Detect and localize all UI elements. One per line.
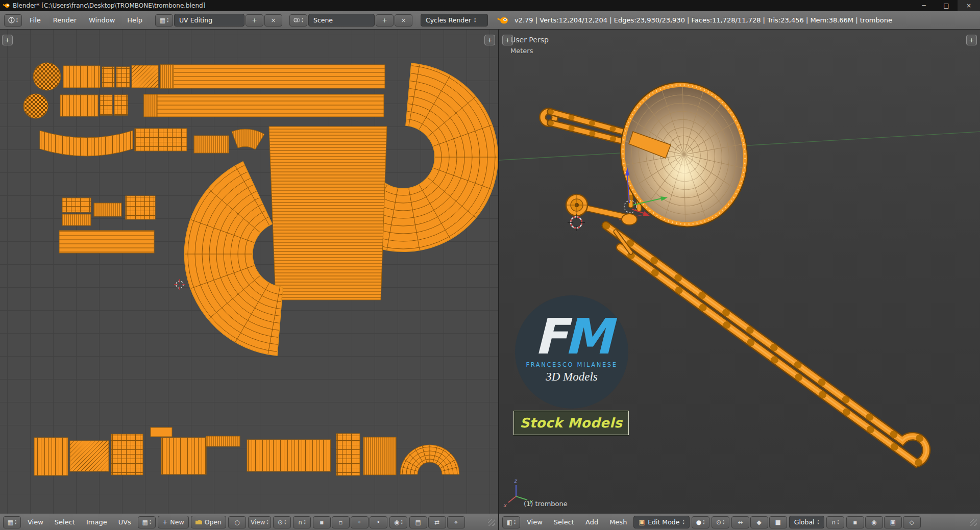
uv-menu-view[interactable]: View bbox=[23, 517, 48, 527]
selector-arrows-icon: ▴▾ bbox=[838, 519, 839, 525]
image-editor-icon: ▦ bbox=[8, 519, 13, 526]
minimize-button[interactable]: ─ bbox=[913, 0, 935, 11]
menu-window[interactable]: Window bbox=[84, 15, 119, 25]
selector-arrows-icon: ▴▾ bbox=[167, 17, 168, 23]
render-opengl-button[interactable]: ▣ bbox=[884, 516, 902, 528]
blender-window: Blender* [C:\Users\franc\Desktop\TROMBON… bbox=[0, 0, 980, 530]
render-anim-icon: ◇ bbox=[910, 519, 914, 526]
trombone-mouthpiece bbox=[566, 194, 587, 216]
selector-arrows-icon: ▴▾ bbox=[16, 17, 18, 23]
uv-menu-image[interactable]: Image bbox=[82, 517, 112, 527]
transform-orientation-dropdown[interactable]: Global ▴▾ bbox=[789, 516, 824, 528]
header-resize-grip[interactable] bbox=[970, 519, 977, 526]
region-expand-icon[interactable]: + bbox=[966, 35, 977, 45]
view3d-menu-add[interactable]: Add bbox=[581, 517, 603, 527]
render-engine-dropdown[interactable]: Cycles Render ▴▾ bbox=[421, 14, 488, 27]
layers-icon: ▤ bbox=[415, 519, 421, 526]
uv-select-sync-button[interactable]: ⇄ bbox=[428, 516, 446, 528]
scene-delete-button[interactable]: × bbox=[395, 14, 412, 27]
maximize-button[interactable]: □ bbox=[935, 0, 958, 11]
uv-snap-dropdown[interactable]: ∩ ▴▾ bbox=[293, 516, 311, 528]
scene-icon bbox=[293, 17, 300, 23]
view-name-overlay: User Persp bbox=[510, 36, 549, 44]
uv-menu-uvs[interactable]: UVs bbox=[114, 517, 136, 527]
view3d-menu-mesh[interactable]: Mesh bbox=[605, 517, 631, 527]
new-image-button[interactable]: + New bbox=[158, 516, 189, 528]
plus-icon: + bbox=[162, 518, 167, 526]
mode-dropdown[interactable]: ▣ Edit Mode ▴▾ bbox=[633, 516, 689, 528]
pivot-center-dropdown[interactable]: ⊙ ▴▾ bbox=[712, 516, 729, 528]
manipulator-translate-button[interactable]: ↔ bbox=[731, 516, 749, 528]
rotate-icon: ◆ bbox=[757, 519, 762, 526]
pin-toggle-button[interactable]: ○ bbox=[228, 516, 246, 528]
uv-sticky-disable-button[interactable]: ◦ bbox=[351, 516, 369, 528]
manipulator-scale-button[interactable]: ■ bbox=[769, 516, 787, 528]
editor-type-button-3dview[interactable]: ◧ ▴▾ bbox=[502, 516, 520, 528]
uv-canvas[interactable]: + + bbox=[0, 30, 498, 514]
proportional-edit-dropdown[interactable]: ◉ ▴▾ bbox=[389, 516, 407, 528]
sticky-c-icon: ◦ bbox=[358, 519, 361, 526]
selector-arrows-icon: ▴▾ bbox=[302, 17, 303, 23]
info-editor-icon bbox=[8, 17, 15, 23]
screen-layout-field[interactable]: UV Editing bbox=[174, 14, 244, 27]
header-resize-grip[interactable] bbox=[488, 519, 495, 526]
sticky-d-icon: • bbox=[377, 519, 380, 526]
viewport-shading-dropdown[interactable]: ● ▴▾ bbox=[692, 516, 709, 528]
close-button[interactable]: × bbox=[958, 0, 980, 11]
editor-type-button-image[interactable]: ▦ ▴▾ bbox=[3, 516, 21, 528]
render-opengl-anim-button[interactable]: ◇ bbox=[903, 516, 921, 528]
screen-layout-add-button[interactable]: + bbox=[246, 14, 263, 27]
edit-mode-cube-icon: ▣ bbox=[639, 518, 645, 526]
3d-viewport[interactable]: z y x User Persp Meters (1) trombone + +… bbox=[499, 30, 980, 514]
region-expand-icon[interactable]: + bbox=[502, 35, 513, 45]
image-browse-button[interactable]: ▦ ▴▾ bbox=[138, 516, 156, 528]
menu-render[interactable]: Render bbox=[48, 15, 81, 25]
uv-sticky-island-button[interactable]: • bbox=[370, 516, 387, 528]
proportional-icon: ◉ bbox=[871, 519, 876, 526]
display-channels-dropdown[interactable]: View ▴▾ bbox=[248, 516, 271, 528]
editor-type-button-info[interactable]: ▴▾ bbox=[4, 14, 22, 27]
region-expand-icon[interactable]: + bbox=[2, 35, 13, 45]
selector-arrows-icon: ▴▾ bbox=[682, 519, 684, 525]
sticky-a-icon: ▪ bbox=[320, 519, 324, 526]
view3d-menu-view[interactable]: View bbox=[522, 517, 547, 527]
scale-icon: ■ bbox=[775, 519, 781, 526]
uv-sticky-location-button[interactable]: ▫ bbox=[332, 516, 350, 528]
blender-logo bbox=[497, 16, 508, 24]
uv-crosshair-button[interactable]: ⌖ bbox=[447, 516, 465, 528]
menu-file[interactable]: File bbox=[25, 15, 45, 25]
3d-view-header: ◧ ▴▾ View Select Add Mesh ▣ Edit Mode ▴▾… bbox=[499, 514, 980, 530]
window-titlebar: Blender* [C:\Users\franc\Desktop\TROMBON… bbox=[0, 0, 980, 11]
selector-arrows-icon: ▴▾ bbox=[401, 519, 402, 525]
render-camera-icon: ▣ bbox=[890, 519, 896, 526]
occlude-icon: ▪ bbox=[853, 519, 857, 526]
uv-sticky-vertex-button[interactable]: ▪ bbox=[313, 516, 331, 528]
pivot-icon: ⊙ bbox=[278, 519, 283, 526]
snap-dropdown[interactable]: ∩ ▴▾ bbox=[826, 516, 844, 528]
uv-editor-pane: + + ▦ ▴▾ View Select Image UVs ▦ ▴▾ + bbox=[0, 30, 499, 530]
info-header: ▴▾ File Render Window Help ▦ ▴▾ UV Editi… bbox=[0, 11, 980, 30]
watermark-stock-models: Stock Models bbox=[513, 411, 629, 435]
uv-pivot-dropdown[interactable]: ⊙ ▴▾ bbox=[273, 516, 291, 528]
proportional-edit-button[interactable]: ◉ bbox=[865, 516, 883, 528]
selector-arrows-icon: ▴▾ bbox=[150, 519, 151, 525]
manipulator-rotate-button[interactable]: ◆ bbox=[750, 516, 768, 528]
screen-layout-delete-button[interactable]: × bbox=[264, 14, 282, 27]
scene-browse-button[interactable]: ▴▾ bbox=[289, 14, 307, 27]
magnet-icon: ∩ bbox=[298, 519, 303, 526]
uv-draw-other-objects-button[interactable]: ▤ bbox=[409, 516, 427, 528]
screen-layout-browse-button[interactable]: ▦ ▴▾ bbox=[155, 14, 173, 27]
shading-sphere-icon: ● bbox=[696, 519, 701, 526]
menu-help[interactable]: Help bbox=[122, 15, 147, 25]
uv-menu-select[interactable]: Select bbox=[50, 517, 80, 527]
selector-arrows-icon: ▴▾ bbox=[304, 519, 306, 525]
window-title: Blender* [C:\Users\franc\Desktop\TROMBON… bbox=[13, 2, 205, 9]
uv-islands-graphic bbox=[0, 30, 498, 514]
open-image-button[interactable]: Open bbox=[191, 516, 226, 528]
scene-field[interactable]: Scene bbox=[308, 14, 375, 27]
occlude-geometry-button[interactable]: ▪ bbox=[846, 516, 864, 528]
view3d-menu-select[interactable]: Select bbox=[549, 517, 579, 527]
scene-add-button[interactable]: + bbox=[376, 14, 394, 27]
trombone-mesh-graphic: z y x bbox=[499, 30, 980, 514]
region-expand-icon[interactable]: + bbox=[484, 35, 495, 45]
